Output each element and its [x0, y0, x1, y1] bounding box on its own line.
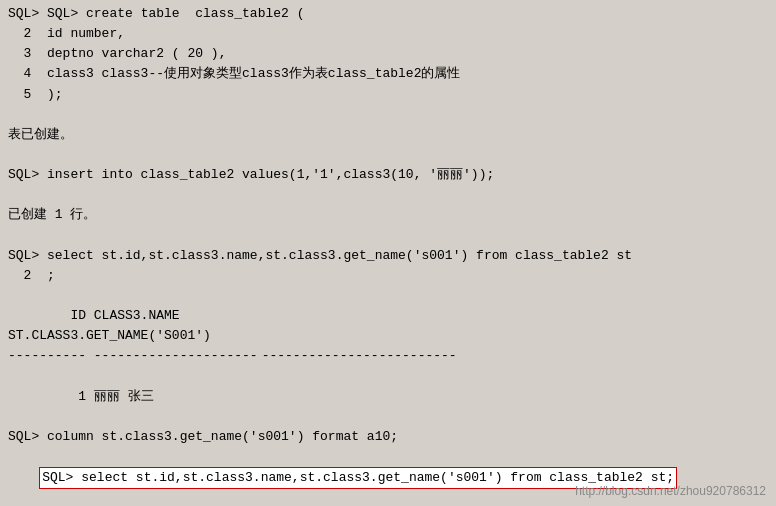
watermark: http://blog.csdn.net/zhou920786312: [575, 484, 766, 498]
line-15: [8, 286, 768, 306]
line-18-19: ---------- --------------------- -------…: [8, 346, 768, 366]
line-13: SQL> select st.id,st.class3.name,st.clas…: [8, 246, 768, 266]
line-21-22: 1 丽丽 张三: [8, 387, 768, 407]
data-col2: 张三: [124, 387, 154, 407]
line-7: 表已创建。: [8, 125, 768, 145]
divider-col2: -------------------------: [262, 346, 457, 366]
line-12: [8, 226, 768, 246]
line-17: ST.CLASS3.GET_NAME('S001'): [8, 326, 768, 346]
line-23: [8, 407, 768, 427]
line-11: 已创建 1 行。: [8, 205, 768, 225]
divider-col1: ---------- ---------------------: [8, 346, 258, 366]
data-col1: 1 丽丽: [8, 387, 120, 407]
line-2: 2 id number,: [8, 24, 768, 44]
line-6: [8, 105, 768, 125]
line-10: [8, 185, 768, 205]
line-8: [8, 145, 768, 165]
line-24: SQL> column st.class3.get_name('s001') f…: [8, 427, 768, 447]
prompt-label: SQL>: [8, 6, 47, 21]
terminal: SQL> SQL> create table class_table2 ( 2 …: [0, 0, 776, 506]
line-9: SQL> insert into class_table2 values(1,'…: [8, 165, 768, 185]
line-20: [8, 367, 768, 387]
line-3: 3 deptno varchar2 ( 20 ),: [8, 44, 768, 64]
line-14: 2 ;: [8, 266, 768, 286]
line-4: 4 class3 class3--使用对象类型class3作为表class_ta…: [8, 64, 768, 84]
line-1: SQL> SQL> create table class_table2 (: [8, 4, 768, 24]
line-16: ID CLASS3.NAME: [8, 306, 768, 326]
line-5: 5 );: [8, 85, 768, 105]
